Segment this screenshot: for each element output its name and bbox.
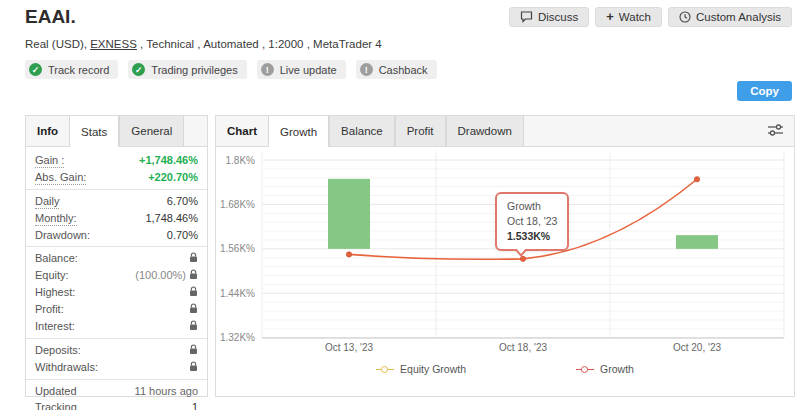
tab-drawdown[interactable]: Drawdown [446, 116, 524, 146]
stat-row: Tracking1 [26, 399, 207, 410]
stat-label: Daily [35, 195, 59, 209]
discuss-button[interactable]: Discuss [509, 7, 589, 27]
stat-row: Abs. Gain:+220.70% [26, 169, 207, 186]
svg-text:1.68K%: 1.68K% [220, 199, 255, 210]
chart-settings-button[interactable] [757, 116, 794, 146]
lock-icon [189, 361, 198, 375]
custom-analysis-button[interactable]: Custom Analysis [668, 7, 792, 27]
stat-label: Tracking [35, 401, 77, 410]
svg-text:1.44K%: 1.44K% [220, 288, 255, 299]
growth-chart[interactable]: 1.8K%1.68K%1.56K%1.44K%1.32K%Oct 13, '23… [216, 147, 794, 396]
header-actions: Discuss + Watch Custom Analysis [509, 7, 792, 27]
chart-legend: Equity Growth Growth [216, 363, 794, 375]
stat-label: Balance: [35, 252, 78, 265]
stat-row: Equity:(100.00%) [26, 267, 207, 284]
badge-label: Trading privileges [151, 64, 237, 76]
stats-panel-tabs: Info Stats General [26, 116, 207, 147]
stat-label: Monthly: [35, 212, 77, 226]
stat-value [189, 320, 198, 334]
chart-panel: Chart Growth Balance Profit Drawdown 1.8… [215, 115, 795, 397]
tab-balance[interactable]: Balance [329, 116, 395, 146]
stat-value [189, 303, 198, 317]
legend-label: Growth [600, 363, 634, 375]
check-icon: ✓ [29, 63, 42, 76]
svg-text:1.56K%: 1.56K% [220, 243, 255, 254]
svg-text:1.32K%: 1.32K% [220, 332, 255, 343]
tooltip-date: Oct 18, '23 [507, 214, 557, 229]
svg-text:Oct 18, '23: Oct 18, '23 [499, 342, 547, 353]
stat-value: 1,748.46% [145, 212, 198, 225]
exclamation-icon: ! [360, 63, 373, 76]
stat-row: Highest: [26, 284, 207, 301]
page-title: EAAI. [25, 6, 76, 28]
stat-value: +1,748.46% [139, 154, 198, 167]
speech-bubble-icon [520, 11, 533, 23]
stat-row: Updated11 hours ago [26, 383, 207, 399]
stat-row: Balance: [26, 250, 207, 267]
stat-value [189, 344, 198, 358]
sliders-icon [767, 122, 784, 140]
stat-label: Abs. Gain: [35, 171, 86, 185]
legend-item-growth[interactable]: Growth [576, 363, 634, 375]
stat-row: Interest: [26, 318, 207, 335]
svg-text:Oct 20, '23: Oct 20, '23 [673, 342, 721, 353]
lock-icon [189, 269, 198, 283]
badge-trading-privileges: ✓ Trading privileges [128, 60, 246, 79]
stat-label: Deposits: [35, 344, 81, 357]
stat-label: Updated [35, 385, 77, 398]
custom-analysis-label: Custom Analysis [696, 11, 781, 23]
stat-value [189, 252, 198, 266]
stat-value: 1 [192, 401, 198, 410]
exclamation-icon: ! [261, 63, 274, 76]
tab-growth[interactable]: Growth [268, 116, 329, 147]
badge-live-update: ! Live update [257, 60, 346, 79]
badge-track-record: ✓ Track record [25, 60, 118, 79]
plus-icon: + [606, 12, 614, 22]
stats-panel: Info Stats General Gain :+1,748.46%Abs. … [25, 115, 208, 397]
stat-row: Drawdown:0.70% [26, 227, 207, 243]
growth-chart-svg: 1.8K%1.68K%1.56K%1.44K%1.32K%Oct 13, '23… [216, 147, 794, 359]
stat-label: Gain : [35, 154, 64, 168]
stat-row: Gain :+1,748.46% [26, 152, 207, 169]
chart-tooltip: Growth Oct 18, '23 1.533K% [495, 192, 569, 251]
stat-row: Deposits: [26, 342, 207, 359]
verification-badges: ✓ Track record ✓ Trading privileges ! Li… [25, 60, 437, 79]
stat-value: +220.70% [148, 171, 198, 184]
stat-value: (100.00%) [135, 269, 198, 283]
stat-label: Equity: [35, 269, 69, 282]
legend-item-equity-growth[interactable]: Equity Growth [376, 363, 466, 375]
watch-button[interactable]: + Watch [595, 7, 662, 27]
badge-label: Track record [48, 64, 109, 76]
lock-icon [189, 303, 198, 317]
stat-label: Highest: [35, 286, 75, 299]
separator [26, 246, 207, 247]
tab-general[interactable]: General [119, 116, 184, 146]
lock-icon [189, 286, 198, 300]
tab-info[interactable]: Info [26, 116, 69, 146]
watch-label: Watch [619, 11, 651, 23]
stat-value [189, 361, 198, 375]
lock-icon [189, 252, 198, 266]
tab-stats[interactable]: Stats [69, 116, 119, 147]
account-type: Real (USD), [25, 38, 90, 50]
legend-label: Equity Growth [400, 363, 466, 375]
broker-link[interactable]: EXNESS [90, 38, 137, 50]
badge-label: Live update [280, 64, 337, 76]
stat-value: 0.70% [167, 229, 198, 242]
separator [26, 338, 207, 339]
account-details: , Technical , Automated , 1:2000 , MetaT… [137, 38, 382, 50]
check-icon: ✓ [132, 63, 145, 76]
stats-rows: Gain :+1,748.46%Abs. Gain:+220.70%Daily6… [26, 147, 207, 410]
stat-label: Profit: [35, 303, 64, 316]
tooltip-series: Growth [507, 199, 557, 214]
copy-button[interactable]: Copy [737, 81, 792, 101]
separator [26, 189, 207, 190]
stat-label: Drawdown: [35, 229, 90, 242]
legend-marker-icon [376, 365, 394, 374]
tab-profit[interactable]: Profit [395, 116, 446, 146]
svg-text:Oct 13, '23: Oct 13, '23 [325, 342, 373, 353]
lock-icon [189, 344, 198, 358]
separator [26, 379, 207, 380]
lock-icon [189, 320, 198, 334]
tab-chart[interactable]: Chart [216, 116, 268, 146]
